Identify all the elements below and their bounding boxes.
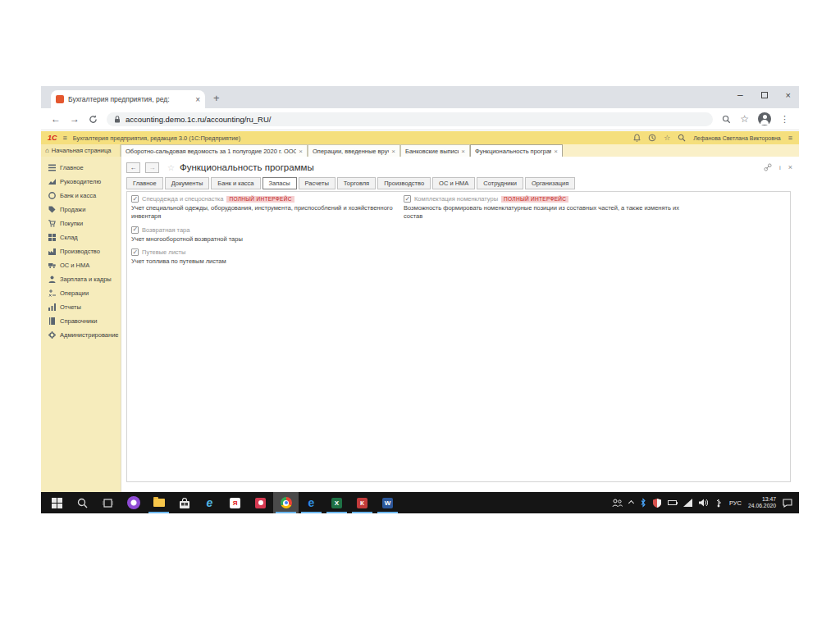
security-shield-icon[interactable] <box>653 499 661 508</box>
notifications-bell-icon[interactable] <box>633 134 641 142</box>
task-view-button[interactable] <box>95 492 121 513</box>
tab-dokumenty[interactable]: Документы <box>165 177 210 189</box>
waybills-checkbox[interactable] <box>131 248 139 256</box>
global-search-icon[interactable] <box>678 134 686 142</box>
tab-program-functionality[interactable]: Функциональность программы × <box>470 144 563 157</box>
people-icon[interactable] <box>612 499 623 508</box>
sidebar-item-sales[interactable]: Продажи <box>41 203 121 217</box>
feature-label[interactable]: Возвратная тара <box>142 226 189 234</box>
tab-close-icon[interactable]: × <box>461 148 465 155</box>
volume-icon[interactable] <box>699 499 708 507</box>
excel-button[interactable]: X <box>324 492 349 513</box>
tab-close-icon[interactable]: × <box>299 148 303 155</box>
sidebar-item-reports[interactable]: Отчеты <box>41 300 121 314</box>
feature-label[interactable]: Комплектация номенклатуры <box>414 195 498 203</box>
browser-forward-icon[interactable]: → <box>70 113 80 125</box>
browser-menu-icon[interactable]: ⋮ <box>780 114 789 125</box>
sidebar-item-production[interactable]: Производство <box>41 244 121 258</box>
1c-logo[interactable]: 1С <box>48 134 57 142</box>
taskbar-clock[interactable]: 13:47 24.06.2020 <box>748 496 776 510</box>
browser-back-icon[interactable]: ← <box>51 113 61 125</box>
browser-reload-icon[interactable] <box>89 115 98 124</box>
battery-icon[interactable] <box>668 500 677 505</box>
cortana-button[interactable] <box>121 492 146 513</box>
feature-label[interactable]: Спецодежда и спецоснастка <box>142 195 223 203</box>
bluetooth-icon[interactable] <box>640 498 646 508</box>
address-bar[interactable]: accounting.demo.1c.ru/accounting/ru_RU/ <box>107 112 713 126</box>
sidebar-item-main[interactable]: Главное <box>41 161 121 175</box>
tab-bank-statements[interactable]: Банковские выписки × <box>400 144 470 157</box>
workwear-checkbox[interactable] <box>131 195 139 203</box>
microsoft-store-button[interactable] <box>171 492 197 513</box>
sidebar-item-label: Отчеты <box>60 303 81 311</box>
sidebar-item-directories[interactable]: Справочники <box>41 314 121 328</box>
sidebar-item-administration[interactable]: Администрирование <box>41 328 121 342</box>
tab-manual-operations[interactable]: Операции, введенные вручную × <box>308 144 400 157</box>
chrome-button[interactable] <box>273 492 299 513</box>
add-favorite-star-icon[interactable]: ☆ <box>167 163 175 172</box>
show-hidden-icons-chevron[interactable] <box>628 499 634 505</box>
returnable-packaging-checkbox[interactable] <box>131 226 139 234</box>
new-tab-button[interactable]: + <box>213 92 220 104</box>
feature-label[interactable]: Путевые листы <box>142 248 185 256</box>
zoom-search-icon[interactable] <box>722 115 731 124</box>
sidebar-item-label: Производство <box>60 248 100 255</box>
tab-close-icon[interactable]: × <box>195 95 200 104</box>
word-button[interactable]: W <box>375 492 400 513</box>
tab-close-icon[interactable]: × <box>554 148 558 155</box>
tab-proizvodstvo[interactable]: Производство <box>377 177 431 189</box>
tab-organizatsiya[interactable]: Организация <box>525 177 575 189</box>
sidebar-item-warehouse[interactable]: Склад <box>41 230 121 244</box>
sidebar-item-label: Справочники <box>60 317 97 325</box>
window-maximize-button[interactable] <box>761 92 768 98</box>
language-indicator[interactable]: РУС <box>729 499 742 507</box>
window-minimize-button[interactable]: – <box>737 89 743 101</box>
tab-bank-i-kassa[interactable]: Банк и касса <box>211 177 260 189</box>
service-menu-icon[interactable]: ≡ <box>788 134 792 142</box>
yandex-browser-button[interactable]: Я <box>222 492 248 513</box>
browser-profile-avatar[interactable] <box>758 112 771 125</box>
red-app-button[interactable] <box>248 492 273 513</box>
main-menu-icon[interactable]: ≡ <box>63 134 67 142</box>
form-forward-button[interactable]: → <box>145 162 159 173</box>
taskbar-search-button[interactable] <box>70 492 95 513</box>
red-k-app-button[interactable]: К <box>349 492 375 513</box>
get-link-icon[interactable] <box>764 160 772 175</box>
action-center-icon[interactable] <box>783 499 792 508</box>
internet-explorer-button[interactable]: e <box>197 492 222 513</box>
sidebar-item-payroll-hr[interactable]: Зарплата и кадры <box>41 272 121 286</box>
form-close-icon[interactable]: × <box>788 163 792 171</box>
bookmark-star-icon[interactable]: ☆ <box>740 113 749 125</box>
browser-tab[interactable]: Бухгалтерия предприятия, ред: × <box>51 90 205 108</box>
sidebar-item-fixed-assets[interactable]: ОС и НМА <box>41 258 121 272</box>
sidebar-item-purchases[interactable]: Покупки <box>41 217 121 230</box>
sidebar-item-label: Операции <box>60 289 89 297</box>
tab-home-page[interactable]: ⌂ Начальная страница <box>41 144 121 157</box>
tab-sotrudniki[interactable]: Сотрудники <box>477 177 523 189</box>
sidebar-item-label: Главное <box>60 164 84 171</box>
item-assembly-checkbox[interactable] <box>404 195 411 203</box>
start-button[interactable] <box>44 492 70 513</box>
file-explorer-button[interactable] <box>146 492 171 513</box>
sidebar-item-operations[interactable]: Операции <box>41 286 121 300</box>
usb-icon[interactable] <box>714 499 723 508</box>
factory-icon <box>48 248 56 255</box>
current-user-name[interactable]: Лефанова Светлана Викторовна <box>693 135 780 141</box>
sidebar-item-manager[interactable]: Руководителю <box>41 175 121 189</box>
window-close-button[interactable]: × <box>786 90 791 100</box>
sidebar-item-bank-cash[interactable]: Банк и касса <box>41 189 121 203</box>
tab-glavnoe[interactable]: Главное <box>126 177 163 189</box>
tab-zapasy[interactable]: Запасы <box>262 177 297 189</box>
tab-torgovlya[interactable]: Торговля <box>337 177 376 189</box>
tab-turnover-balance-sheet[interactable]: Оборотно-сальдовая ведомость за 1 полуго… <box>121 144 308 157</box>
history-icon[interactable] <box>648 134 656 142</box>
edge-button[interactable]: e <box>299 492 324 513</box>
help-icon[interactable]: i <box>779 164 781 171</box>
favorites-star-icon[interactable]: ☆ <box>664 134 670 142</box>
feature-description: Возможность формировать номенклатурные п… <box>404 204 699 221</box>
form-back-button[interactable]: ← <box>126 162 140 173</box>
tab-close-icon[interactable]: × <box>391 148 395 155</box>
network-icon[interactable] <box>683 499 692 507</box>
tab-os-i-nma[interactable]: ОС и НМА <box>432 177 475 189</box>
tab-raschety[interactable]: Расчеты <box>299 177 336 189</box>
